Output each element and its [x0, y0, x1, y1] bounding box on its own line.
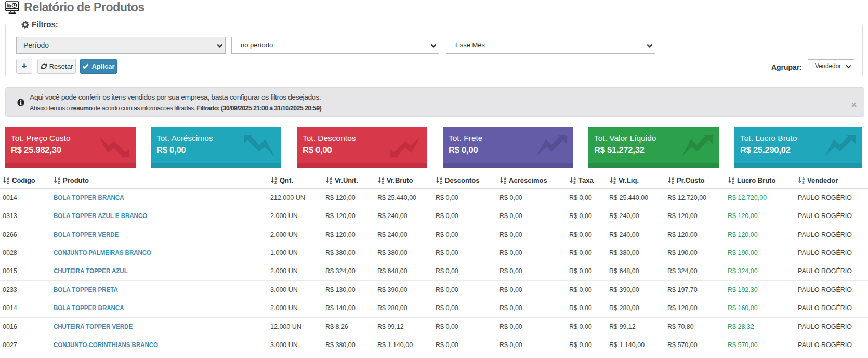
svg-text:Z: Z: [732, 180, 734, 184]
svg-text:Z: Z: [7, 180, 9, 184]
svg-text:Z: Z: [330, 180, 332, 184]
svg-text:Z: Z: [504, 180, 506, 184]
svg-text:Z: Z: [672, 180, 674, 184]
svg-text:Z: Z: [274, 180, 277, 184]
svg-text:Z: Z: [573, 180, 576, 184]
svg-text:Z: Z: [58, 180, 60, 184]
svg-text:Z: Z: [382, 180, 384, 184]
svg-text:Z: Z: [440, 180, 442, 184]
svg-text:Z: Z: [613, 180, 616, 184]
svg-text:Z: Z: [802, 180, 805, 184]
